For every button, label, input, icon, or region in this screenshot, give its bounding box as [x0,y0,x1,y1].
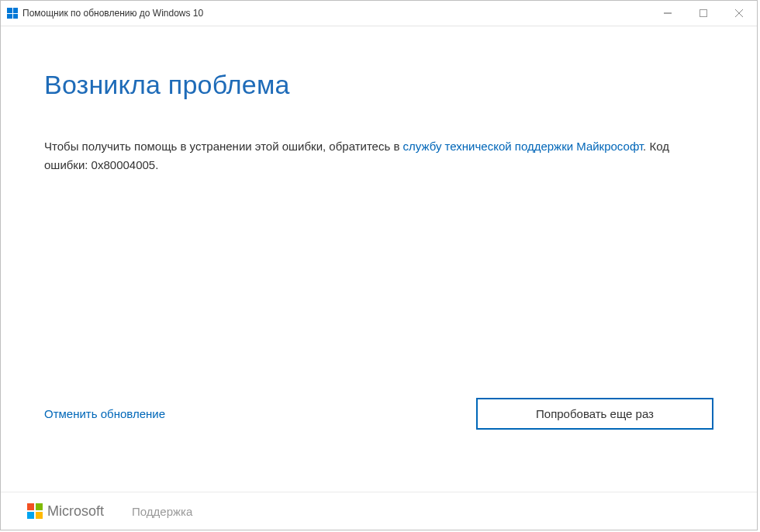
window-controls [650,1,757,26]
footer: Microsoft Поддержка [1,492,757,530]
minimize-button[interactable] [650,1,686,26]
maximize-button[interactable] [686,1,721,26]
titlebar-left: Помощник по обновлению до Windows 10 [1,8,203,19]
cancel-update-link[interactable]: Отменить обновление [44,407,165,420]
window-title: Помощник по обновлению до Windows 10 [22,8,203,19]
microsoft-logo-icon [27,503,43,519]
brand-text: Microsoft [47,503,104,520]
footer-support-link[interactable]: Поддержка [132,505,192,518]
support-link[interactable]: службу технической поддержки Майкрософт [403,140,644,153]
windows-logo-icon [7,8,18,19]
retry-button[interactable]: Попробовать еще раз [476,398,713,430]
svg-rect-1 [700,10,707,17]
action-row: Отменить обновление Попробовать еще раз [44,398,713,430]
titlebar: Помощник по обновлению до Windows 10 [1,1,757,26]
error-text-before: Чтобы получить помощь в устранении этой … [44,140,403,153]
content-area: Возникла проблема Чтобы получить помощь … [1,26,757,492]
page-heading: Возникла проблема [44,70,713,100]
microsoft-brand: Microsoft [27,503,104,520]
app-window: Помощник по обновлению до Windows 10 Воз… [0,0,758,530]
error-message: Чтобы получить помощь в устранении этой … [44,137,713,174]
close-button[interactable] [721,1,757,26]
